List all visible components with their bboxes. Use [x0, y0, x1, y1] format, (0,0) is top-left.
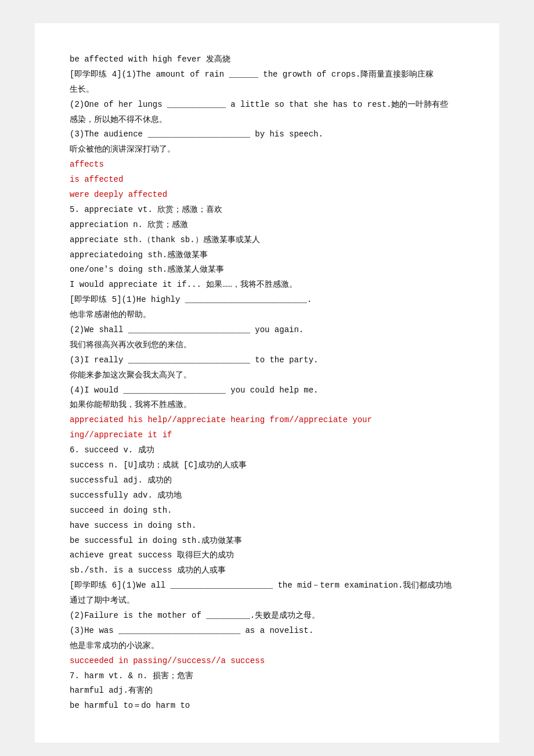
text-line: succeeded in passing//success//a success	[70, 654, 464, 669]
text-line: appreciation n. 欣赏；感激	[70, 218, 464, 233]
text-line: affects	[70, 157, 464, 172]
text-line: 他是非常成功的小说家。	[70, 639, 464, 654]
text-line: have success in doing sth.	[70, 519, 464, 534]
text-line: [即学即练 6](1)We all _____________________ …	[70, 578, 464, 593]
text-line: (2)We shall _________________________ yo…	[70, 323, 464, 338]
text-line: be affected with high fever 发高烧	[70, 52, 464, 67]
text-line: I would appreciate it if... 如果……，我将不胜感激。	[70, 278, 464, 293]
text-line: sb./sth. is a success 成功的人或事	[70, 563, 464, 578]
text-line: is affected	[70, 172, 464, 188]
text-line: successful adj. 成功的	[70, 473, 464, 488]
text-line: harmful adj.有害的	[70, 683, 464, 699]
text-line: (3)The audience _____________________ by…	[70, 127, 464, 142]
text-line: 我们将很高兴再次收到您的来信。	[70, 338, 464, 353]
text-line: appreciate sth.（thank sb.）感激某事或某人	[70, 233, 464, 248]
text-line: one/one's doing sth.感激某人做某事	[70, 262, 464, 278]
text-line: (4)I would _____________________ you cou…	[70, 383, 464, 398]
text-line: 通过了期中考试。	[70, 593, 464, 609]
text-line: be harmful to＝do harm to	[70, 699, 464, 714]
text-line: 感染，所以她不得不休息。	[70, 113, 464, 128]
text-line: were deeply affected	[70, 188, 464, 203]
text-line: appreciated his help//appreciate hearing…	[70, 413, 464, 428]
text-line: [即学即练 4](1)The amount of rain ______ the…	[70, 67, 464, 82]
page-content: be affected with high fever 发高烧 [即学即练 4]…	[35, 23, 499, 743]
text-line: (2)One of her lungs ____________ a littl…	[70, 98, 464, 113]
text-line: 听众被他的演讲深深打动了。	[70, 142, 464, 157]
text-line: 7. harm vt. & n. 损害；危害	[70, 669, 464, 684]
text-line: 他非常感谢他的帮助。	[70, 308, 464, 323]
text-line: ing//appreciate it if	[70, 428, 464, 443]
text-line: achieve great success 取得巨大的成功	[70, 548, 464, 563]
text-line: appreciatedoing sth.感激做某事	[70, 248, 464, 263]
text-line: successfully adv. 成功地	[70, 488, 464, 503]
text-line: [即学即练 5](1)He highly ___________________…	[70, 293, 464, 308]
text-line: 你能来参加这次聚会我太高兴了。	[70, 368, 464, 383]
text-line: (3)He was _________________________ as a…	[70, 624, 464, 639]
text-line: success n. [U]成功；成就 [C]成功的人或事	[70, 458, 464, 473]
text-line: be successful in doing sth.成功做某事	[70, 534, 464, 549]
text-line: 生长。	[70, 82, 464, 98]
text-line: succeed in doing sth.	[70, 503, 464, 519]
text-line: (2)Failure is the mother of _________.失败…	[70, 609, 464, 624]
text-line: 5. appreciate vt. 欣赏；感激；喜欢	[70, 203, 464, 218]
text-line: 6. succeed v. 成功	[70, 443, 464, 458]
text-line: 如果你能帮助我，我将不胜感激。	[70, 398, 464, 413]
text-line: (3)I really _________________________ to…	[70, 353, 464, 368]
